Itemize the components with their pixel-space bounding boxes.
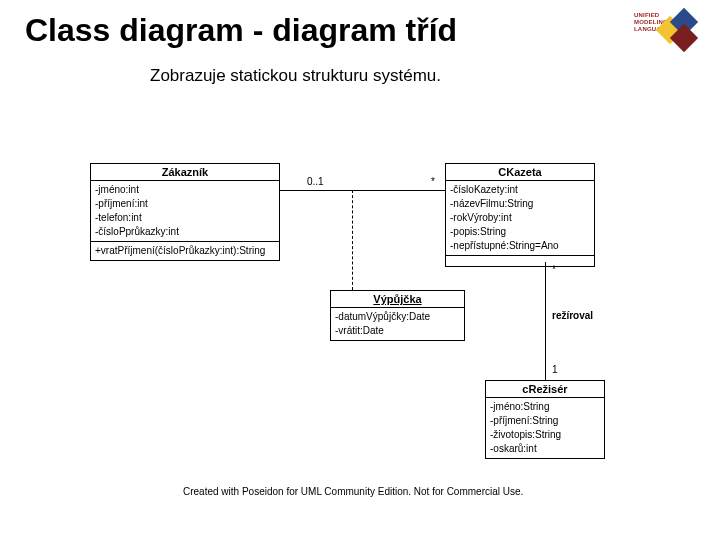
assoc-label-reziroval: režíroval	[552, 310, 593, 321]
attr: -životopis:String	[490, 428, 600, 442]
attr: -telefon:int	[95, 211, 275, 225]
mult-ckazeta-reziser-bottom: 1	[552, 364, 558, 375]
mult-ckazeta-side: *	[431, 176, 435, 187]
attr: -příjmení:int	[95, 197, 275, 211]
class-reziser-attrs: -jméno:String -příjmení:String -životopi…	[486, 398, 604, 458]
attr: -čísloKazety:int	[450, 183, 590, 197]
class-zakaznik-name: Zákazník	[91, 164, 279, 181]
class-vypujcka-name: Výpůjčka	[331, 291, 464, 308]
attr: -oskarů:int	[490, 442, 600, 456]
footer-note: Created with Poseidon for UML Community …	[183, 486, 523, 497]
slide-canvas: Class diagram - diagram tříd Zobrazuje s…	[0, 0, 720, 540]
page-title: Class diagram - diagram tříd	[25, 12, 457, 49]
class-reziser: cRežisér -jméno:String -příjmení:String …	[485, 380, 605, 459]
class-ckazeta-name: CKazeta	[446, 164, 594, 181]
attr: -čísloPprůkazky:int	[95, 225, 275, 239]
assoc-zakaznik-ckazeta	[280, 190, 445, 191]
mult-ckazeta-reziser-top: *	[552, 264, 556, 275]
attr: -názevFilmu:String	[450, 197, 590, 211]
attr: -popis:String	[450, 225, 590, 239]
assoc-ckazeta-reziser	[545, 262, 546, 380]
attr: -jméno:String	[490, 400, 600, 414]
class-zakaznik: Zákazník -jméno:int -příjmení:int -telef…	[90, 163, 280, 261]
mult-zakaznik-side: 0..1	[307, 176, 324, 187]
attr: -nepřístupné:String=Ano	[450, 239, 590, 253]
class-ckazeta-ops	[446, 256, 594, 266]
class-vypujcka: Výpůjčka -datumVýpůjčky:Date -vrátit:Dat…	[330, 290, 465, 341]
attr: -jméno:int	[95, 183, 275, 197]
class-ckazeta-attrs: -čísloKazety:int -názevFilmu:String -rok…	[446, 181, 594, 256]
class-vypujcka-attrs: -datumVýpůjčky:Date -vrátit:Date	[331, 308, 464, 340]
attr: -rokVýroby:int	[450, 211, 590, 225]
uml-logo: UNIFIED MODELING LANGUAGE	[634, 8, 698, 56]
class-zakaznik-ops: +vratPříjmení(čísloPrůkazky:int):String	[91, 242, 279, 260]
attr: -datumVýpůjčky:Date	[335, 310, 460, 324]
class-zakaznik-attrs: -jméno:int -příjmení:int -telefon:int -č…	[91, 181, 279, 242]
attr: -příjmení:String	[490, 414, 600, 428]
page-subtitle: Zobrazuje statickou strukturu systému.	[150, 66, 441, 86]
attr: -vrátit:Date	[335, 324, 460, 338]
class-ckazeta: CKazeta -čísloKazety:int -názevFilmu:Str…	[445, 163, 595, 267]
op: +vratPříjmení(čísloPrůkazky:int):String	[95, 244, 275, 258]
assoc-class-link	[352, 190, 353, 290]
class-reziser-name: cRežisér	[486, 381, 604, 398]
